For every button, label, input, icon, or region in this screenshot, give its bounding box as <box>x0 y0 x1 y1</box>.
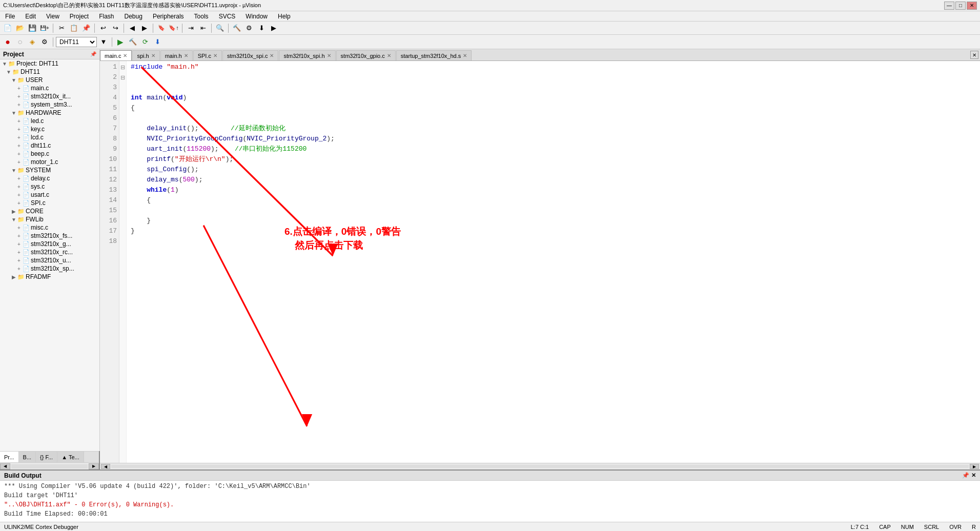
new-file-button[interactable]: 📄 <box>2 23 13 33</box>
build-btn[interactable]: 🔨 <box>127 37 138 47</box>
target-selector[interactable]: DHT11 <box>56 37 97 47</box>
tab-stm32-spi-c-close[interactable]: ✕ <box>270 53 274 58</box>
tree-node-system[interactable]: + 📄 system_stm3... <box>0 100 99 109</box>
expander-sys[interactable]: + <box>15 184 23 190</box>
expander-delay[interactable]: + <box>15 176 23 181</box>
menu-help[interactable]: Help <box>275 11 294 21</box>
tab-startup[interactable]: startup_stm32f10x_hd.s ✕ <box>396 50 472 60</box>
menu-window[interactable]: Window <box>242 11 271 21</box>
panel-tab-templates[interactable]: ▲ Te... <box>57 452 84 462</box>
save-all-button[interactable]: 💾+ <box>39 23 50 33</box>
rebuild-button[interactable]: ⚙ <box>243 23 255 33</box>
undo-button[interactable]: ↩ <box>97 23 109 33</box>
settings-button[interactable]: ⚙ <box>39 37 50 47</box>
panel-tab-build[interactable]: B... <box>19 452 36 462</box>
editor-hscroll[interactable]: ◀ ▶ <box>100 463 980 469</box>
expander-stm32g[interactable]: + <box>15 241 23 247</box>
compile-btn[interactable]: ▶ <box>115 37 126 47</box>
tree-node-stm32g[interactable]: + 📄 stm32f10x_g... <box>0 240 99 248</box>
tree-node-lcd[interactable]: + 📄 lcd.c <box>0 133 99 141</box>
expander-main-c[interactable]: + <box>15 86 23 91</box>
expander-key[interactable]: + <box>15 127 23 132</box>
hscroll-left[interactable]: ◀ <box>101 464 110 469</box>
build-target-button[interactable]: 🔨 <box>231 23 242 33</box>
cut-button[interactable]: ✂ <box>56 23 67 33</box>
tree-node-hardware[interactable]: ▼ 📁 HARDWARE <box>0 109 99 117</box>
menu-svcs[interactable]: SVCS <box>216 11 239 21</box>
tab-main-c[interactable]: main.c ✕ <box>100 50 132 60</box>
fold-marker-5[interactable]: ⊟ <box>119 62 126 72</box>
unindent-button[interactable]: ⇤ <box>197 23 209 33</box>
project-tree[interactable]: ▼ 📁 Project: DHT11 ▼ 📁 DHT11 ▼ 📁 USER <box>0 59 99 451</box>
tab-stm32-gpio-c-close[interactable]: ✕ <box>387 53 391 58</box>
expander-dht11c[interactable]: + <box>15 143 23 149</box>
open-button[interactable]: 📂 <box>14 23 26 33</box>
project-hscroll[interactable]: ◀ ▶ <box>0 462 99 469</box>
project-panel-pin[interactable]: 📌 <box>90 51 96 57</box>
tree-node-beep[interactable]: + 📄 beep.c <box>0 150 99 158</box>
tab-stm32-spi-h[interactable]: stm32f10x_spi.h ✕ <box>279 50 335 60</box>
tree-node-stm32rc[interactable]: + 📄 stm32f10x_rc... <box>0 248 99 256</box>
tree-node-delay[interactable]: + 📄 delay.c <box>0 174 99 182</box>
tab-stm32-spi-h-close[interactable]: ✕ <box>327 53 331 58</box>
scroll-right-btn[interactable]: ▶ <box>89 463 99 469</box>
menu-debug[interactable]: Debug <box>121 11 146 21</box>
maximize-button[interactable]: □ <box>955 2 966 10</box>
expander-system-folder[interactable]: ▼ <box>10 168 17 173</box>
breakpoint-button[interactable]: ◈ <box>27 37 38 47</box>
minimize-button[interactable]: — <box>944 2 954 10</box>
tree-node-motor[interactable]: + 📄 motor_1.c <box>0 158 99 166</box>
expander-usart[interactable]: + <box>15 192 23 198</box>
menu-project[interactable]: Project <box>67 11 92 21</box>
flash-download-btn[interactable]: ⬇ <box>152 37 163 47</box>
scroll-left-btn[interactable]: ◀ <box>0 463 10 469</box>
menu-edit[interactable]: Edit <box>22 11 39 21</box>
tab-main-h-close[interactable]: ✕ <box>184 53 188 58</box>
paste-button[interactable]: 📌 <box>80 23 92 33</box>
tree-node-core[interactable]: ▶ 📁 CORE <box>0 207 99 215</box>
bookmark-prev-button[interactable]: 🔖↑ <box>168 23 179 33</box>
download-button[interactable]: ⬇ <box>256 23 267 33</box>
tree-node-dht11[interactable]: ▼ 📁 DHT11 <box>0 68 99 76</box>
expander-beep[interactable]: + <box>15 151 23 157</box>
panel-tab-functions[interactable]: {} F... <box>36 452 57 462</box>
tree-node-stm32it[interactable]: + 📄 stm32f10x_it... <box>0 92 99 100</box>
tree-node-stm32fs[interactable]: + 📄 stm32f10x_fs... <box>0 232 99 240</box>
expander-core[interactable]: ▶ <box>10 209 17 214</box>
debug-start-button[interactable]: ▶ <box>268 23 279 33</box>
expander-spic[interactable]: + <box>15 200 23 206</box>
tab-spi-h-close[interactable]: ✕ <box>151 53 155 58</box>
tab-spi-c[interactable]: SPI.c ✕ <box>193 50 222 60</box>
menu-peripherals[interactable]: Peripherals <box>150 11 187 21</box>
find-button[interactable]: 🔍 <box>214 23 226 33</box>
menu-view[interactable]: View <box>43 11 63 21</box>
tree-node-sys[interactable]: + 📄 sys.c <box>0 182 99 191</box>
tab-startup-close[interactable]: ✕ <box>463 53 467 58</box>
target-options-button[interactable]: ▼ <box>98 37 109 47</box>
expander-dht11[interactable]: ▼ <box>5 69 12 75</box>
tree-node-rfadmf[interactable]: ▶ 📁 RFADMF <box>0 273 99 281</box>
expander-stm32fs[interactable]: + <box>15 233 23 239</box>
menu-file[interactable]: File <box>2 11 18 21</box>
tree-node-dht11c[interactable]: + 📄 dht11.c <box>0 141 99 150</box>
nav-back-button[interactable]: ◀ <box>127 23 138 33</box>
menu-tools[interactable]: Tools <box>191 11 212 21</box>
expander-project[interactable]: ▼ <box>1 61 8 67</box>
stop-button[interactable]: ○ <box>14 37 26 47</box>
expander-led[interactable]: + <box>15 118 23 124</box>
tree-node-usart[interactable]: + 📄 usart.c <box>0 191 99 199</box>
tab-stm32-gpio-c[interactable]: stm32f10x_gpio.c ✕ <box>336 50 396 60</box>
tree-node-key[interactable]: + 📄 key.c <box>0 125 99 133</box>
expander-lcd[interactable]: + <box>15 135 23 140</box>
tab-stm32-spi-c[interactable]: stm32f10x_spi.c ✕ <box>222 50 278 60</box>
tab-spi-h[interactable]: spi.h ✕ <box>132 50 159 60</box>
tree-node-led[interactable]: + 📄 led.c <box>0 117 99 125</box>
expander-hardware[interactable]: ▼ <box>10 110 17 116</box>
panel-tab-project[interactable]: Pr... <box>0 452 19 462</box>
redo-button[interactable]: ↪ <box>110 23 121 33</box>
tree-node-fwlib[interactable]: ▼ 📁 FWLib <box>0 215 99 223</box>
hscroll-right[interactable]: ▶ <box>970 464 979 469</box>
menu-flash[interactable]: Flash <box>96 11 117 21</box>
tab-main-h[interactable]: main.h ✕ <box>160 50 193 60</box>
tree-node-system-folder[interactable]: ▼ 📁 SYSTEM <box>0 166 99 174</box>
